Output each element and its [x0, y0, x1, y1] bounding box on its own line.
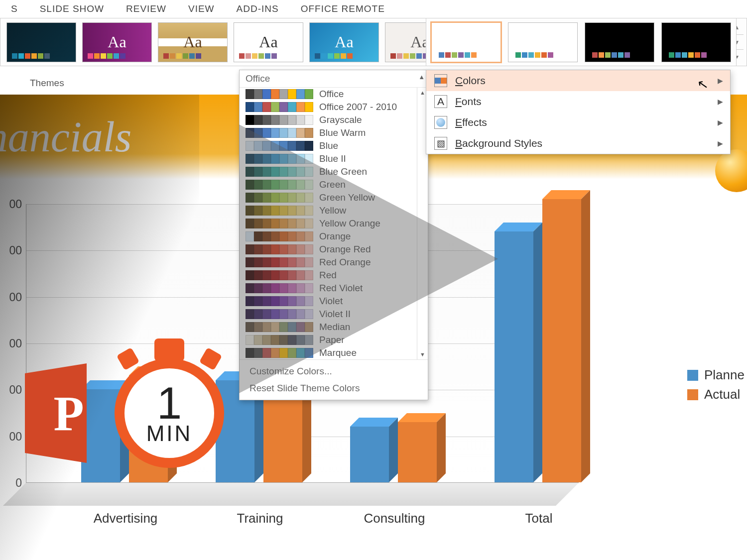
flyout-fonts[interactable]: AFonts▶: [426, 91, 730, 112]
xcat-consulting: Consulting: [364, 511, 425, 526]
bar-total-planned: [495, 231, 533, 482]
variant-thumb-0[interactable]: [431, 22, 501, 62]
xcat-training: Training: [237, 511, 283, 526]
ytick: 00: [9, 430, 22, 443]
one-minute-badge: P 1MIN: [25, 358, 234, 468]
variants-gallery: [426, 18, 737, 66]
ytick: 00: [9, 383, 22, 397]
color-scheme-office-2007-2010[interactable]: Office 2007 - 2010: [240, 101, 428, 113]
bar-consulting-actual: [398, 422, 437, 482]
color-scheme-office[interactable]: Office: [240, 88, 428, 101]
slide-title-text: r financials: [0, 112, 131, 162]
chevron-right-icon: ▶: [718, 77, 723, 85]
chevron-right-icon: ▶: [718, 139, 723, 147]
scroll-up-icon[interactable]: ▲: [418, 73, 425, 81]
theme-thumb-4[interactable]: Aa: [309, 22, 379, 62]
legend-actual: Actual: [687, 387, 745, 402]
theme-thumb-1[interactable]: Aa: [82, 22, 152, 62]
tab-view[interactable]: VIEW: [188, 3, 215, 14]
xcat-total: Total: [525, 511, 553, 526]
chart-legend: Planne Actual: [687, 363, 745, 406]
chevron-right-icon: ▶: [718, 118, 723, 126]
variant-thumb-1[interactable]: [508, 22, 578, 62]
tab-addins[interactable]: ADD-INS: [237, 3, 279, 14]
chart-yaxis: 0000000000000: [0, 204, 25, 483]
colors-icon: [434, 74, 447, 87]
theme-colors-header: Office ▲: [240, 70, 428, 88]
themes-group-label: Themes: [30, 78, 64, 89]
chevron-right-icon: ▶: [718, 98, 723, 106]
theme-thumb-3[interactable]: Aa: [234, 22, 303, 62]
tab-review[interactable]: REVIEW: [126, 3, 166, 14]
theme-thumb-0[interactable]: [6, 22, 76, 62]
ytick: 00: [9, 290, 22, 304]
ytick: 00: [9, 198, 22, 211]
tab-transitions-cut[interactable]: S: [11, 3, 18, 14]
variant-thumb-3[interactable]: [661, 22, 731, 62]
variant-thumb-2[interactable]: [585, 22, 654, 62]
ytick: 00: [9, 337, 22, 350]
legend-planned: Planne: [687, 367, 745, 383]
bar-total-actual: [542, 199, 581, 482]
ytick: 00: [9, 244, 22, 257]
powerpoint-icon: P: [25, 363, 124, 463]
stopwatch-icon: 1MIN: [115, 358, 224, 468]
play-icon[interactable]: [239, 124, 498, 393]
ribbon-tabs: S SLIDE SHOW REVIEW VIEW ADD-INS OFFICE …: [0, 0, 747, 18]
flyout-colors[interactable]: Colors▶: [426, 70, 730, 91]
bar-consulting-planned: [350, 427, 389, 482]
theme-thumb-2[interactable]: Aa: [158, 22, 228, 62]
tab-office-remote[interactable]: OFFICE REMOTE: [301, 3, 385, 14]
xcat-advertising: Advertising: [94, 511, 158, 526]
tab-slideshow[interactable]: SLIDE SHOW: [40, 3, 104, 14]
chart-floor: [3, 483, 579, 506]
fonts-icon: A: [434, 95, 447, 108]
